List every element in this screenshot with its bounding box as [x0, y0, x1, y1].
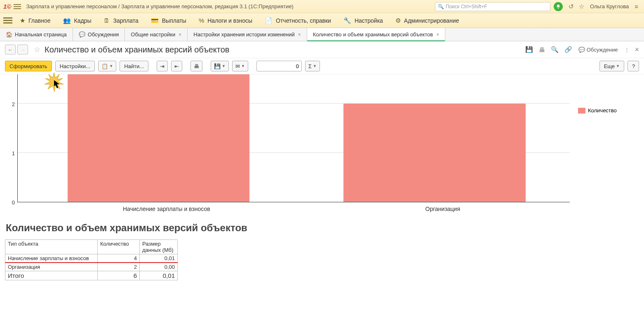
logo-1c: 1© [3, 3, 11, 10]
table-total-row: Итого 6 0,01 [5, 271, 178, 280]
close-icon[interactable]: × [179, 32, 181, 38]
more-menu-icon[interactable]: ⋮ [624, 47, 630, 53]
favorite-toggle-icon[interactable]: ☆ [34, 45, 40, 54]
window-menu-icon[interactable]: ≡ [635, 3, 638, 10]
print-icon: 🖶 [194, 63, 199, 69]
col-header: Размер данных (Мб) [140, 240, 178, 254]
menu-nalogi[interactable]: %Налоги и взносы [199, 17, 252, 24]
legend-swatch [578, 108, 585, 114]
star-icon: ★ [20, 17, 25, 24]
x-label: Начисление зарплаты и взносов [123, 206, 210, 212]
close-icon[interactable]: × [298, 32, 301, 38]
app-menu-icon[interactable] [14, 4, 21, 9]
discuss-button[interactable]: 💬Обсуждение [578, 47, 618, 53]
tab-discussions[interactable]: 💬Обсуждения [73, 28, 125, 41]
tabs-bar: 🏠Начальная страница 💬Обсуждения Общие на… [0, 28, 644, 41]
search-icon: 🔍 [438, 4, 444, 9]
table-row[interactable]: Начисление зарплаты и взносов 4 0,01 [5, 254, 178, 263]
wrench-icon: 🔧 [343, 17, 351, 24]
app-title: Зарплата и управление персоналом / Зарпл… [26, 3, 293, 9]
chart-container: 0 1 2 Начисление зарплаты и взносов Орга… [5, 74, 639, 215]
tab-general-settings[interactable]: Общие настройки× [125, 28, 188, 41]
menu-zarplata[interactable]: 🗓Зарплата [103, 17, 138, 24]
menu-admin[interactable]: ⚙Администрирование [395, 17, 459, 24]
search-placeholder: Поиск Ctrl+Shift+F [446, 4, 487, 9]
tab-history-settings[interactable]: Настройки хранения истории изменений× [188, 28, 307, 41]
chart: 0 1 2 Начисление зарплаты и взносов Орга… [5, 74, 570, 215]
report-table: Тип объекта Количество Размер данных (Мб… [5, 239, 178, 280]
sigma-icon: Σ [308, 63, 312, 69]
menu-nastroyka[interactable]: 🔧Настройка [343, 17, 383, 24]
tab-home[interactable]: 🏠Начальная страница [0, 28, 73, 41]
save-icon: 💾 [214, 63, 221, 69]
main-menu: ★Главное 👥Кадры 🗓Зарплата 💳Выплаты %Нало… [0, 13, 644, 28]
chevron-down-icon: ▼ [109, 64, 113, 68]
sections-menu-icon[interactable] [3, 17, 12, 24]
link-icon[interactable]: 🔗 [564, 46, 572, 53]
user-name[interactable]: Ольга Круглова [590, 3, 629, 9]
bar-1 [343, 104, 526, 202]
history-icon[interactable]: ↺ [569, 3, 574, 10]
expand-button[interactable]: ⇥ [157, 61, 168, 71]
tab-versions-report[interactable]: Количество и объем хранимых версий объек… [307, 28, 446, 41]
menu-main[interactable]: ★Главное [20, 17, 51, 24]
preview-icon[interactable]: 🔍 [551, 46, 559, 53]
calculator-icon: 🗓 [103, 17, 110, 24]
more-button[interactable]: Еще ▼ [599, 61, 624, 71]
collapse-button[interactable]: ⇤ [171, 61, 182, 71]
menu-kadry[interactable]: 👥Кадры [63, 17, 92, 24]
page-title: Количество и объем хранимых версий объек… [45, 45, 229, 54]
table-row[interactable]: Организация 2 0,00 [5, 263, 178, 271]
title-bar: 1© Зарплата и управление персоналом / За… [0, 0, 644, 13]
bar-0 [68, 74, 250, 202]
save-icon[interactable]: 💾 [525, 46, 533, 53]
chart-legend: Количество [578, 107, 617, 114]
wallet-icon: 💳 [151, 17, 159, 24]
document-icon: 📄 [265, 17, 273, 24]
nav-back-button[interactable]: ← [5, 45, 16, 54]
menu-otchetnost[interactable]: 📄Отчетность, справки [265, 17, 331, 24]
percent-icon: % [199, 17, 204, 24]
save-button[interactable]: 💾▼ [211, 61, 229, 71]
col-header: Тип объекта [5, 240, 98, 254]
y-tick: 1 [12, 150, 15, 156]
report-toolbar: Сформировать Настройки... 📋▼ Найти... ⇥ … [0, 58, 644, 74]
sum-button[interactable]: Σ▼ [305, 61, 320, 71]
gear-icon: ⚙ [395, 17, 401, 24]
table-header-row: Тип объекта Количество Размер данных (Мб… [5, 240, 178, 254]
y-tick: 2 [12, 101, 15, 107]
mail-icon: ✉ [235, 63, 240, 69]
send-button[interactable]: ✉▼ [232, 61, 248, 71]
x-axis: Начисление зарплаты и взносов Организаци… [17, 204, 570, 215]
find-button[interactable]: Найти... [120, 61, 148, 71]
expand-icon: ⇥ [160, 63, 165, 69]
variants-button[interactable]: 📋▼ [98, 61, 116, 71]
print-icon[interactable]: 🖶 [539, 46, 545, 53]
number-input[interactable] [256, 61, 302, 71]
close-page-icon[interactable]: × [635, 45, 639, 54]
help-button[interactable]: ? [628, 61, 639, 71]
settings-button[interactable]: Настройки... [55, 61, 95, 71]
home-icon: 🏠 [6, 31, 12, 38]
chevron-down-icon: ▼ [241, 64, 245, 68]
chevron-down-icon: ▼ [616, 64, 620, 68]
print-button[interactable]: 🖶 [190, 61, 202, 71]
favorite-icon[interactable]: ☆ [579, 3, 584, 10]
plot-area [17, 74, 570, 202]
x-label: Организация [425, 206, 460, 212]
nav-forward-button[interactable]: → [17, 45, 28, 54]
col-header: Количество [98, 240, 140, 254]
chat-icon: 💬 [578, 47, 585, 53]
notifications-icon[interactable] [554, 2, 563, 11]
y-tick: 0 [12, 199, 15, 206]
global-search-input[interactable]: 🔍 Поиск Ctrl+Shift+F [435, 2, 550, 11]
page-header: ← → ☆ Количество и объем хранимых версий… [0, 41, 644, 58]
close-icon[interactable]: × [436, 32, 439, 38]
report-area[interactable]: 0 1 2 Начисление зарплаты и взносов Орга… [0, 74, 644, 322]
collapse-icon: ⇤ [174, 63, 179, 69]
chevron-down-icon: ▼ [313, 64, 317, 68]
report-title: Количество и объем хранимых версий объек… [6, 222, 639, 234]
generate-button[interactable]: Сформировать [5, 61, 52, 71]
legend-label: Количество [588, 107, 617, 114]
menu-vyplaty[interactable]: 💳Выплаты [151, 17, 186, 24]
